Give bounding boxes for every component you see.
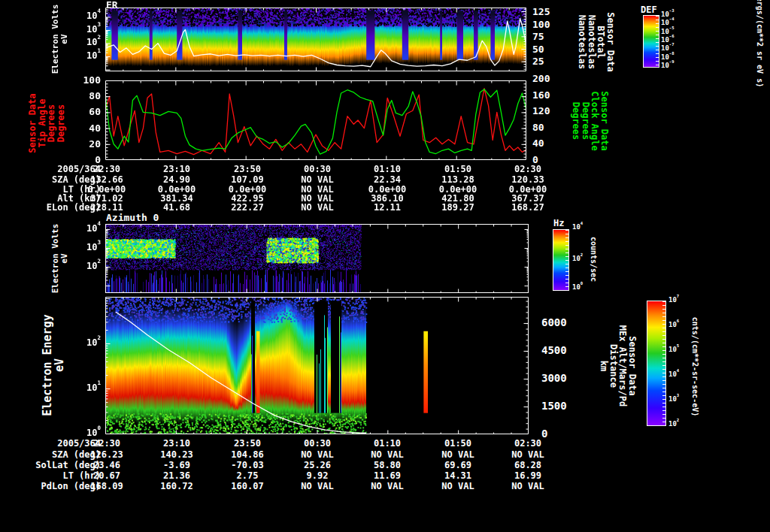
tick-exponent: 1 (98, 379, 101, 386)
ephemeris-table-bottom-cell: NO VAL (493, 482, 562, 491)
panel2-left-axis-label: Sensor Data Tip Angle Degrees Degrees (28, 93, 65, 153)
panel4-right-ticks-4: 0 (541, 428, 579, 440)
panel1-yticks-3: 101 (72, 50, 101, 61)
ephemeris-table-top-cell: 107.09 (213, 175, 282, 185)
tick-exponent: -8 (669, 51, 675, 56)
tick-base: 10 (86, 50, 97, 61)
panel2-right-ticks-3: 80 (532, 122, 564, 133)
panel4-right-axis-label: Sensor Data MEx Alt/Mars/Pd Distance km (599, 325, 637, 407)
hz-colorbar-ticks-0: 104 (572, 223, 595, 231)
mex-colorbar-ticks-0: 107 (668, 296, 691, 304)
tick-base: 10 (661, 53, 669, 61)
ephemeris-table-bottom-cell: 25.26 (283, 461, 352, 470)
ephemeris-table-bottom-cell: -70.03 (213, 461, 282, 470)
ephemeris-table-top-cell: 02:30 (493, 165, 562, 174)
tick-exponent: 3 (98, 21, 101, 28)
panel1-right-ticks-2: 75 (532, 32, 564, 42)
ephemeris-table-top-cell: 01:10 (353, 165, 422, 174)
ephemeris-table-bottom-cell: 68.28 (493, 461, 562, 470)
ephemeris-table-bottom-cell: 140.23 (142, 450, 211, 460)
mex-colorbar-units: cnts/(cm**2-sr-sec-eV) (691, 317, 699, 416)
tick-exponent: 2 (98, 334, 101, 341)
panel4-yticks-2: 100 (72, 428, 101, 438)
panel2-right-ticks-0: 200 (532, 74, 564, 84)
panel2-yticks-3: 40 (72, 123, 101, 134)
ephemeris-table-bottom-cell: 21.36 (142, 471, 211, 481)
ephemeris-table-bottom-cell: 9.92 (283, 471, 352, 481)
panel2-canvas (105, 80, 526, 160)
ephemeris-table-bottom-cell: 58.80 (353, 461, 422, 470)
ephemeris-table-bottom-cell: 20.67 (72, 471, 141, 481)
tick-base: 10 (661, 36, 669, 44)
ephemeris-table-bottom-cell: NO VAL (423, 482, 493, 491)
tick-exponent: -3 (669, 8, 675, 13)
tick-base: 10 (661, 28, 669, 35)
tick-exponent: -4 (669, 17, 675, 21)
ephemeris-table-bottom-cell: 126.23 (72, 450, 141, 460)
panel4-right-ticks-1: 4500 (541, 345, 579, 356)
ephemeris-table-bottom-cell: 2.75 (213, 471, 282, 481)
panel3-title: Azimuth 0 (106, 213, 159, 223)
tick-exponent: 5 (677, 343, 679, 348)
ephemeris-table-bottom-cell: NO VAL (283, 450, 352, 460)
tick-exponent: -9 (669, 59, 675, 64)
panel4-right-ticks-2: 3000 (541, 373, 579, 384)
tick-exponent: -5 (669, 26, 675, 30)
ephemeris-table-bottom-cell: 02:30 (493, 439, 562, 449)
plot-stage: ERAzimuth 0DEFHzElectron Volts eVSensor … (0, 0, 770, 532)
ephemeris-table-bottom-cell: 22:30 (72, 439, 141, 449)
ephemeris-table-top-cell: 41.68 (142, 203, 211, 213)
ephemeris-table-bottom-cell: 16.99 (493, 471, 562, 481)
panel4-right-ticks-3: 1500 (541, 401, 579, 412)
panel4-y-axis-label: Electron Energy eV (42, 314, 66, 416)
panel2-right-ticks-4: 40 (532, 138, 564, 149)
mex-colorbar-ticks-2: 105 (668, 346, 691, 353)
panel1-right-axis-label: Sensor Data BTotal Nanoteslas Nanoteslas (578, 12, 615, 71)
panel1-canvas (105, 8, 526, 71)
tick-exponent: 7 (677, 294, 679, 298)
tick-base: 10 (86, 337, 97, 348)
ephemeris-table-top-cell: 22.34 (353, 175, 422, 185)
def-colorbar (643, 15, 659, 68)
tick-base: 10 (668, 395, 677, 403)
ephemeris-table-bottom-cell: 01:50 (423, 439, 493, 449)
tick-exponent: -6 (669, 34, 675, 38)
panel3-y-axis-label: Electron Volts eV (51, 224, 68, 294)
tick-base: 10 (572, 223, 581, 231)
mex-colorbar-ticks-4: 103 (668, 395, 691, 403)
tick-exponent: 4 (581, 221, 583, 225)
ephemeris-table-bottom-cell: 23.46 (72, 461, 141, 470)
tick-exponent: 0 (581, 281, 583, 286)
ephemeris-table-bottom-cell: 23:50 (213, 439, 282, 449)
hz-colorbar-title: Hz (553, 219, 564, 228)
tick-base: 10 (668, 420, 677, 428)
tick-base: 10 (661, 62, 669, 69)
ephemeris-table-top-cell: 222.27 (213, 203, 282, 213)
panel1-y-axis-label: Electron Volts eV (51, 5, 68, 74)
tick-exponent: 2 (581, 252, 583, 257)
tick-base: 10 (86, 37, 97, 47)
tick-base: 10 (86, 223, 97, 234)
ephemeris-table-top-cell: 113.28 (423, 175, 493, 185)
ephemeris-table-top-cell: 189.27 (423, 203, 493, 213)
ephemeris-table-bottom-cell: 01:10 (353, 439, 422, 449)
ephemeris-table-bottom-cell: 14.31 (423, 471, 493, 481)
panel4-canvas (105, 297, 529, 434)
panel1-right-ticks-4: 25 (532, 56, 564, 67)
panel4-yticks-1: 101 (72, 382, 101, 393)
tick-base: 10 (668, 321, 677, 328)
ephemeris-table-bottom-cell: 00:30 (283, 439, 352, 449)
panel4-yticks-0: 102 (72, 337, 101, 348)
mex-colorbar-ticks-3: 104 (668, 370, 691, 378)
hz-colorbar (553, 229, 569, 291)
ephemeris-table-bottom-cell: 23:10 (142, 439, 211, 449)
panel2-right-ticks-1: 160 (532, 90, 564, 101)
panel2-yticks-4: 20 (72, 139, 101, 150)
tick-base: 10 (572, 283, 581, 291)
mex-colorbar-ticks-5: 102 (668, 420, 691, 428)
panel2-yticks-1: 80 (72, 91, 101, 101)
mex-colorbar-ticks-1: 106 (668, 321, 691, 328)
ephemeris-table-top-cell: 01:50 (423, 165, 493, 174)
mex-colorbar (647, 301, 666, 426)
def-colorbar-ticks-6: 10-9 (661, 62, 687, 69)
